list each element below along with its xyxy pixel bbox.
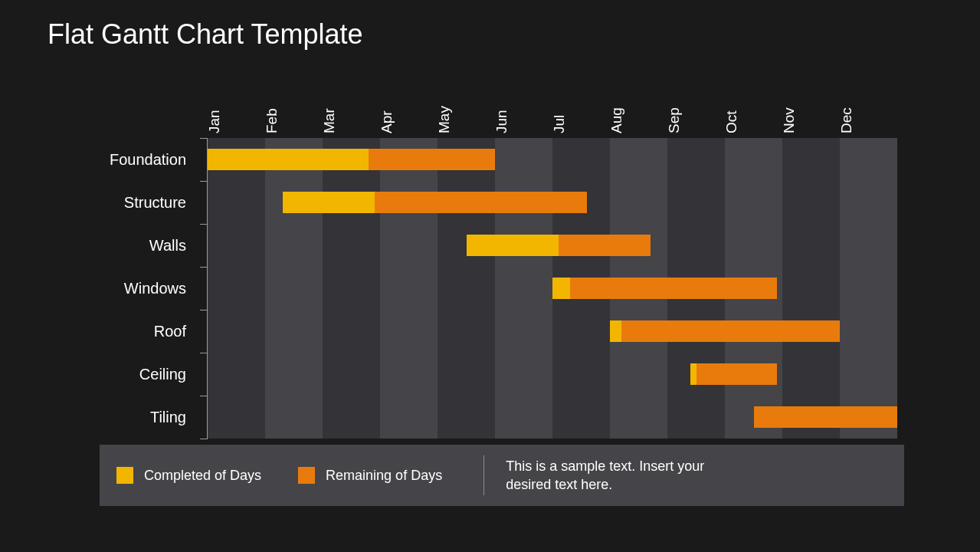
- legend-completed-label: Completed of Days: [144, 468, 261, 484]
- row-tick: [200, 181, 208, 182]
- grid-column: [265, 138, 323, 439]
- task-label: Windows: [124, 280, 186, 297]
- task-bar-remaining: [375, 192, 588, 213]
- task-bar-remaining: [696, 363, 777, 385]
- month-label: May: [436, 106, 453, 133]
- month-label: Sep: [666, 107, 683, 133]
- task-bar: [754, 406, 898, 428]
- month-label: Jun: [493, 110, 510, 133]
- task-label: Roof: [154, 323, 186, 340]
- task-bar: [467, 235, 651, 256]
- row-tick: [200, 310, 208, 310]
- gantt-grid: FoundationStructureWallsWindowsRoofCeili…: [207, 138, 896, 439]
- month-label: Mar: [321, 108, 338, 133]
- month-label: Oct: [723, 110, 740, 133]
- grid-column: [438, 138, 495, 439]
- legend-remaining: Remaining of Days: [298, 467, 442, 484]
- legend-remaining-label: Remaining of Days: [326, 468, 442, 484]
- row-tick: [200, 439, 208, 439]
- task-label: Walls: [149, 237, 186, 255]
- task-bar-completed: [552, 278, 570, 299]
- grid-column: [208, 138, 265, 439]
- row-tick: [200, 267, 208, 268]
- gantt-chart: JanFebMarAprMayJunJulAugSepOctNovDec Fou…: [100, 77, 904, 439]
- month-label: Dec: [838, 107, 855, 133]
- month-label: Aug: [608, 107, 625, 133]
- legend-divider: [483, 455, 484, 495]
- task-label: Ceiling: [139, 366, 186, 383]
- grid-column: [380, 138, 438, 439]
- row-tick: [200, 224, 208, 225]
- row-tick: [200, 138, 208, 139]
- task-bar: [552, 278, 777, 299]
- task-bar: [610, 320, 840, 342]
- grid-column: [495, 138, 552, 439]
- month-label: Jan: [206, 110, 223, 133]
- grid-column: [782, 138, 840, 439]
- task-bar-remaining: [369, 149, 495, 170]
- row-tick: [200, 353, 208, 353]
- swatch-completed: [116, 467, 133, 484]
- grid-column: [840, 138, 897, 439]
- task-label: Tiling: [150, 409, 186, 426]
- task-label: Structure: [124, 194, 186, 212]
- task-bar-remaining: [559, 235, 651, 256]
- legend-note: This is a sample text. Insert your desir…: [506, 457, 743, 495]
- month-label: Nov: [781, 107, 798, 133]
- month-label: Apr: [379, 110, 395, 133]
- row-tick: [200, 396, 208, 396]
- task-bar-completed: [690, 363, 696, 385]
- month-label: Jul: [551, 115, 568, 133]
- legend-completed: Completed of Days: [116, 467, 261, 484]
- task-bar-remaining: [621, 320, 840, 342]
- task-bar-completed: [208, 149, 369, 170]
- page-title: Flat Gantt Chart Template: [48, 18, 363, 51]
- swatch-remaining: [298, 467, 315, 484]
- legend-bar: Completed of Days Remaining of Days This…: [100, 445, 904, 506]
- task-bar-completed: [610, 320, 621, 342]
- task-label: Foundation: [110, 151, 186, 169]
- task-bar-completed: [283, 192, 375, 213]
- task-bar: [208, 149, 495, 170]
- month-header: JanFebMarAprMayJunJulAugSepOctNovDec: [207, 77, 896, 138]
- task-bar: [690, 363, 777, 385]
- task-bar-remaining: [570, 278, 777, 299]
- task-bar-completed: [467, 235, 559, 256]
- task-bar-remaining: [754, 406, 898, 428]
- month-label: Feb: [264, 108, 280, 133]
- task-bar: [283, 192, 588, 213]
- grid-column: [323, 138, 380, 439]
